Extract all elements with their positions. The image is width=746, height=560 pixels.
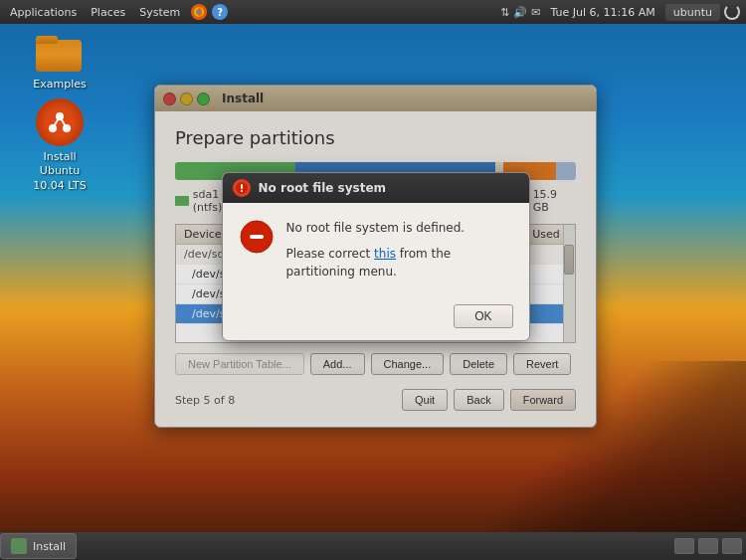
panel-username[interactable]: ubuntu — [665, 4, 720, 21]
help-icon[interactable]: ? — [212, 4, 228, 20]
desktop-icon-examples[interactable]: Examples — [20, 30, 99, 95]
dialog-line2: Please correct this from the partitionin… — [286, 245, 513, 280]
volume-icon[interactable]: 🔊 — [513, 6, 527, 19]
ubuntu-install-icon — [36, 98, 84, 146]
folder-icon — [36, 34, 84, 74]
power-icon[interactable] — [724, 4, 740, 20]
menu-system[interactable]: System — [133, 4, 186, 21]
desktop: Applications Places System ? ⇅ 🔊 ✉ Tue J… — [0, 0, 746, 560]
dialog-title-text: No root file system — [259, 181, 387, 195]
taskbar-btn-3[interactable] — [722, 538, 742, 554]
menu-places[interactable]: Places — [85, 4, 131, 21]
top-panel: Applications Places System ? ⇅ 🔊 ✉ Tue J… — [0, 0, 746, 24]
dialog-overlay: No root file system No root file system … — [155, 86, 596, 427]
taskbar-right — [674, 538, 746, 554]
taskbar-install-icon — [11, 538, 27, 554]
dialog-stop-icon — [239, 219, 275, 255]
taskbar-install-label: Install — [33, 540, 66, 553]
dialog-line2-before: Please correct — [286, 247, 375, 261]
panel-time: Tue Jul 6, 11:16 AM — [545, 4, 661, 21]
dialog-link[interactable]: this — [374, 247, 396, 261]
dialog-message: No root file system is defined. Please c… — [286, 219, 513, 280]
dialog-line1: No root file system is defined. — [286, 219, 513, 237]
no-root-filesystem-dialog: No root file system No root file system … — [222, 172, 530, 341]
install-window: Install Prepare partitions sda1 (ntfs) — [154, 85, 597, 428]
desktop-icon-examples-label: Examples — [33, 78, 86, 92]
firefox-icon[interactable] — [190, 3, 208, 21]
dialog-error-icon — [233, 179, 251, 197]
taskbar-btn-1[interactable] — [674, 538, 694, 554]
menu-applications[interactable]: Applications — [4, 4, 83, 21]
dialog-ok-button[interactable]: OK — [454, 304, 512, 328]
desktop-icon-install-ubuntu-label: Install Ubuntu 10.04 LTS — [24, 150, 95, 193]
dialog-body: No root file system is defined. Please c… — [223, 203, 529, 296]
mail-icon[interactable]: ✉ — [531, 6, 540, 19]
desktop-icon-install-ubuntu[interactable]: Install Ubuntu 10.04 LTS — [20, 94, 99, 197]
taskbar: Install — [0, 532, 746, 560]
taskbar-btn-2[interactable] — [698, 538, 718, 554]
svg-rect-13 — [250, 235, 264, 239]
panel-left: Applications Places System ? — [0, 3, 228, 21]
panel-right: ⇅ 🔊 ✉ Tue Jul 6, 11:16 AM ubuntu — [500, 4, 746, 21]
taskbar-install-item[interactable]: Install — [0, 533, 77, 559]
svg-point-11 — [241, 190, 243, 192]
network-status-icon: ⇅ — [500, 6, 509, 19]
dialog-footer: OK — [223, 296, 529, 340]
dialog-titlebar: No root file system — [223, 173, 529, 203]
svg-rect-10 — [241, 184, 243, 189]
